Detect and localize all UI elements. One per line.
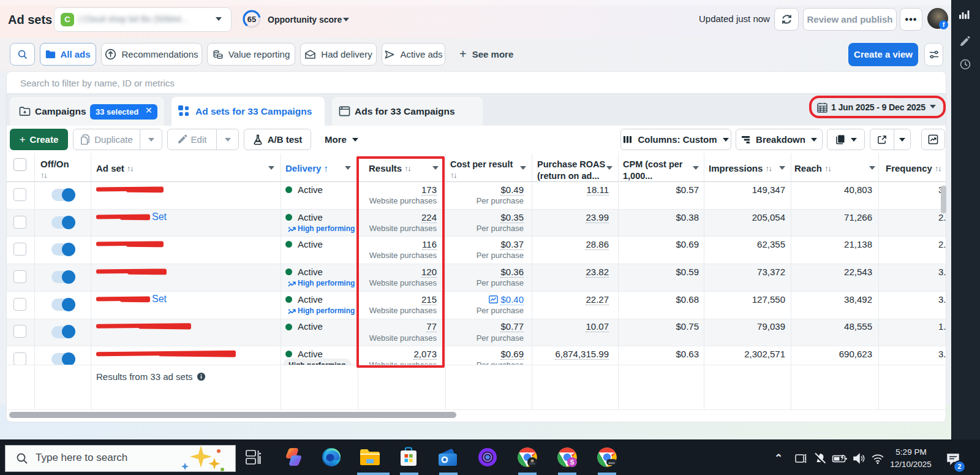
svg-text:65: 65 — [247, 15, 256, 24]
svg-text:S: S — [570, 459, 575, 466]
svg-text:aws: aws — [608, 461, 615, 465]
